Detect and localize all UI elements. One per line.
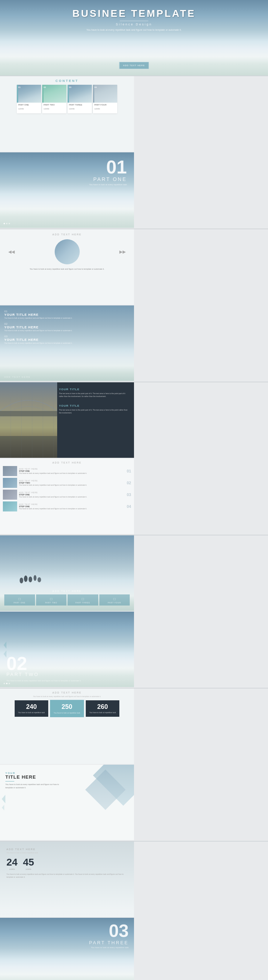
svg-point-9 [29, 577, 32, 582]
diamond-yourtitle: YOUR [5, 772, 59, 774]
small-stat-1: 24 subtitle [6, 857, 17, 870]
hiker-box-1: □ PART ONE [4, 595, 35, 606]
title-item-3: 03 YOUR TITLE HERE You have to look at e… [4, 335, 130, 344]
hikers-addtext: ADD TEXT HERE [4, 590, 130, 592]
hiker-label-1: PART ONE [6, 601, 33, 604]
hikers-boxes: □ PART ONE □ PART TWO □ PART THREE □ PAR… [4, 595, 130, 606]
hiker-box-4: □ PART FOUR [99, 595, 130, 606]
small-stats-content: You have to look at every repetitive tas… [6, 873, 128, 878]
stat-2-num: 250 [54, 703, 81, 711]
stats-addtext: ADD TEXT HERE [3, 691, 131, 694]
hero-btn[interactable]: ADD TEXT HERE [119, 62, 149, 69]
part-three-label: PART THREE [89, 940, 128, 945]
item-3-desc: You have to look at every repetitive tas… [4, 342, 130, 344]
slide-diamond: YOUR TITLE HERE You have to look at ever… [0, 765, 134, 840]
card-3-num: 03 [69, 86, 71, 88]
card-2-num: 02 [44, 86, 46, 88]
small-stat-1-label: subtitle [6, 868, 17, 870]
hiker-label-4: PART FOUR [101, 601, 128, 604]
slide-part-two: 02 PART TWO You have to look at every re… [0, 612, 134, 687]
card-1-sub: subtitle [17, 108, 41, 110]
card-2-label: PART TWO [42, 103, 67, 108]
hiker-icon-2: □ [38, 597, 65, 601]
bridge-title: YOUR TITLE [59, 388, 130, 391]
part-two-num: 02 [6, 654, 27, 673]
item-1-title: YOUR TITLE HERE [4, 313, 130, 317]
steps-addtext: ADD TEXT HERE [3, 461, 131, 464]
diamond-desc: You have to look at every repetitive tas… [5, 783, 59, 789]
svg-point-8 [24, 576, 27, 582]
hiker-icon-4: □ [101, 597, 128, 601]
card-1-label: PART ONE [17, 103, 41, 108]
stats-boxes: 240 You have to look at repetitive task … [3, 700, 131, 717]
item-2-desc: You have to look at every repetitive tas… [4, 329, 130, 332]
hiker-label-2: PART TWO [38, 601, 65, 604]
small-stats-addtext: ADD TEXT HERE [6, 848, 128, 851]
carousel-desc: You have to look at every repetitive tas… [3, 268, 131, 271]
stat-3-num: 260 [89, 703, 116, 711]
slide-carousel: ADD TEXT HERE ◀◀ ▶▶ You have to look at … [0, 229, 134, 305]
svg-point-10 [33, 575, 36, 581]
stats-sub: You have to look at every repetitive tas… [3, 695, 131, 697]
bridge-text-1: The text area is here to the point part … [59, 392, 130, 398]
slide-stats: ADD TEXT HERE You have to look at every … [0, 689, 134, 764]
hiker-box-2: □ PART TWO [36, 595, 67, 606]
hero-desc: You have to look at every repetitive tas… [0, 28, 268, 32]
card-3-label: PART THREE [68, 103, 92, 108]
svg-point-11 [38, 577, 41, 582]
title-item-2: 02 YOUR TITLE HERE You have to look at e… [4, 322, 130, 332]
step-3-num: 03 [127, 493, 131, 497]
svg-rect-5 [0, 436, 57, 458]
carousel-circle [55, 239, 80, 264]
part-three-num: 03 [89, 922, 128, 940]
part-one-label: PART ONE [89, 176, 127, 182]
item-1-num: 01 [4, 310, 130, 313]
card-1-num: 01 [18, 86, 21, 88]
card-4-sub: subtitle [93, 108, 117, 110]
part-one-sub: You have to look at every repetitive tas… [89, 183, 127, 186]
part-one-num: 01 [89, 158, 127, 176]
step-4: ADD TEXT HERE STEP ONE You have to look … [3, 501, 131, 511]
hiker-label-3: PART THREE [69, 601, 97, 604]
title-item-1: 01 YOUR TITLE HERE You have to look at e… [4, 310, 130, 320]
bridge-title-2: YOUR TITLE [59, 404, 130, 407]
svg-rect-6 [0, 411, 57, 416]
hiker-icon-3: □ [69, 597, 97, 601]
small-stat-1-num: 24 [6, 857, 17, 868]
small-stat-2: 45 subtitle [23, 857, 34, 870]
item-2-title: YOUR TITLE HERE [4, 326, 130, 329]
item-3-title: YOUR TITLE HERE [4, 338, 130, 342]
stat-3-label: You have to look at repetitive task [89, 711, 116, 714]
step-4-num: 04 [127, 504, 131, 509]
title-items: 01 YOUR TITLE HERE You have to look at e… [0, 305, 134, 381]
part-three-sub: You have to look at every repetitive tas… [89, 947, 128, 948]
slide-hero: BUSINEE TEMPLATE Silence Design You have… [0, 0, 268, 75]
stat-2-label: You have to look at repetitive task [54, 711, 81, 714]
hiker-box-3: □ PART THREE [68, 595, 98, 606]
step-3: ADD TEXT HERE STEP ONE You have to look … [3, 490, 131, 500]
card-2-sub: subtitle [42, 108, 67, 110]
part-two-sub: You have to look at every repetitive tas… [6, 679, 81, 682]
card-4-label: PART FOUR [93, 103, 117, 108]
step-4-desc: You have to look at every repetitive tas… [19, 508, 125, 510]
small-stat-2-label: subtitle [23, 868, 34, 870]
step-1-desc: You have to look at every repetitive tas… [19, 472, 125, 475]
diamond-title: TITLE HERE [5, 774, 59, 780]
hiker-icon-1: □ [6, 597, 33, 601]
step-2-desc: You have to look at every repetitive tas… [19, 484, 125, 487]
next-arrow[interactable]: ▶▶ [119, 249, 126, 254]
stat-1-label: You have to look at repetitive task [18, 711, 45, 714]
step-1-num: 01 [127, 469, 131, 473]
content-cards: 01 PART ONE subtitle 02 PART TWO subtitl… [3, 85, 131, 113]
stat-2: 250 You have to look at repetitive task [50, 700, 84, 717]
bridge-text-2: The text area is here to the point part … [59, 409, 130, 414]
step-2-num: 02 [127, 481, 131, 485]
slide-content: CONTENT 01 PART ONE subtitle 02 PART TWO… [0, 76, 134, 152]
slide-small-stats: ADD TEXT HERE You have to look at every … [0, 842, 134, 917]
card-4-num: 04 [94, 86, 97, 88]
stat-1-num: 240 [18, 703, 45, 711]
content-title: CONTENT [3, 79, 131, 83]
step-2: ADD TEXT HERE STEP TWO You have to look … [3, 478, 131, 488]
prev-arrow[interactable]: ◀◀ [8, 249, 15, 254]
small-stat-2-num: 45 [23, 857, 34, 868]
